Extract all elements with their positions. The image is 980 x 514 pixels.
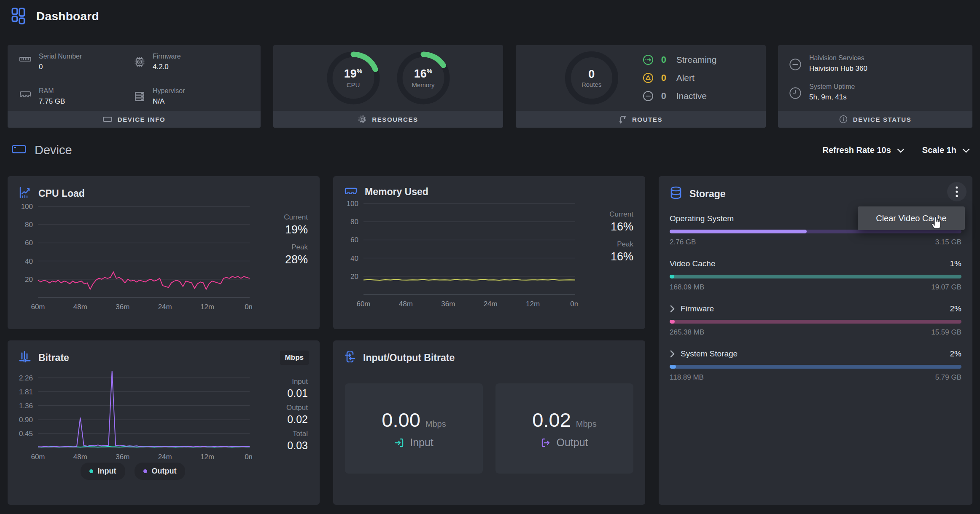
route-icon <box>619 115 627 124</box>
routes-total-label: Routes <box>582 81 602 88</box>
legend-input-toggle[interactable]: Input <box>81 463 125 480</box>
info-value: N/A <box>153 97 185 106</box>
memory-stats: Current 16% Peak 16% <box>578 199 639 310</box>
resources-footer-button[interactable]: RESOURCES <box>273 111 503 128</box>
svg-text:36m: 36m <box>116 453 129 461</box>
input-bitrate-value: 0.00 <box>382 408 420 431</box>
legend-label: Output <box>152 467 177 476</box>
route-status-inactive: 0 Inactive <box>643 91 717 102</box>
dashboard-grid-icon <box>10 7 27 26</box>
svg-text:24m: 24m <box>158 453 172 461</box>
svg-text:0m: 0m <box>245 303 252 311</box>
gauge-label: Memory <box>412 81 434 88</box>
chip-icon <box>358 115 366 123</box>
info-value: 4.2.0 <box>153 63 181 71</box>
alert-icon <box>643 72 654 83</box>
svg-text:60: 60 <box>350 236 358 244</box>
svg-text:20: 20 <box>350 273 358 281</box>
device-status-footer-button[interactable]: DEVICE STATUS <box>778 111 972 128</box>
section-title: Device <box>35 143 72 157</box>
storage-row-firmware: Firmware 2% 265.38 MB 15.59 GB <box>670 304 961 337</box>
svg-text:12m: 12m <box>200 303 214 311</box>
status-item-services: Haivision Services Haivision Hub 360 <box>789 54 961 73</box>
routes-footer-button[interactable]: ROUTES <box>516 111 766 128</box>
device-section-bar: Device Refresh Rate 10s Scale 1h <box>12 141 970 159</box>
cpu-chart: 1008060402060m48m36m24m12m0m <box>13 202 252 313</box>
svg-text:36m: 36m <box>441 300 455 308</box>
bitrate-card: Bitrate Mbps 2.261.811.360.900.4560m48m3… <box>8 340 320 505</box>
server-icon <box>134 91 145 111</box>
legend-output-toggle[interactable]: Output <box>135 463 186 480</box>
chevron-down-icon <box>962 148 970 153</box>
storage-kebab-menu-button[interactable] <box>947 182 967 201</box>
ram-icon <box>344 187 358 197</box>
storage-name: Video Cache <box>670 259 715 268</box>
refresh-rate-dropdown[interactable]: Refresh Rate 10s <box>823 145 905 155</box>
storage-total: 5.79 GB <box>935 373 961 382</box>
info-value: 7.75 GB <box>39 97 65 106</box>
svg-text:80: 80 <box>25 221 33 229</box>
database-icon <box>670 186 682 201</box>
svg-text:48m: 48m <box>73 453 87 461</box>
cpu-gauge: 19% CPU <box>326 50 381 106</box>
storage-used: 2.76 GB <box>670 238 696 246</box>
io-bitrate-card: Input/Output Bitrate 0.00 Mbps Input 0.0… <box>333 340 645 505</box>
bitrate-card-header: Bitrate Mbps <box>8 340 320 365</box>
mouse-cursor <box>929 216 943 233</box>
info-label: Firmware <box>153 53 181 60</box>
card-title: Input/Output Bitrate <box>363 352 455 364</box>
storage-card-header: Storage <box>659 176 972 201</box>
svg-text:0.90: 0.90 <box>19 416 33 424</box>
info-item-firmware: Firmware 4.2.0 <box>134 53 249 76</box>
card-title: CPU Load <box>38 188 85 199</box>
svg-text:0m: 0m <box>570 300 578 308</box>
streaming-icon <box>643 54 654 65</box>
output-tile-label: Output <box>556 436 588 449</box>
svg-text:48m: 48m <box>399 300 413 308</box>
memory-chart: 1008060402060m48m36m24m12m0m <box>339 199 578 310</box>
resources-card: 19% CPU 16% Memory RESOURCES <box>273 45 503 128</box>
route-status-streaming: 0 Streaming <box>643 54 717 65</box>
card-title: Storage <box>689 188 726 200</box>
storage-pct: 2% <box>950 349 961 359</box>
storage-bar <box>670 275 961 278</box>
scale-dropdown[interactable]: Scale 1h <box>922 145 970 155</box>
svg-text:12m: 12m <box>200 453 214 461</box>
expand-chevron-icon[interactable] <box>670 305 675 313</box>
routes-ring: 0 Routes <box>565 51 618 104</box>
transfer-icon <box>344 351 356 365</box>
input-series-dot <box>89 469 93 473</box>
device-icon <box>12 145 26 155</box>
output-label: Output <box>252 404 308 412</box>
storage-card: Storage Clear Video Cache Operating Syst… <box>659 176 972 505</box>
device-info-body: Serial Number 0 Firmware 4.2.0 RAM <box>8 45 261 111</box>
storage-name: Operating System <box>670 214 734 223</box>
peak-label: Peak <box>252 243 308 252</box>
device-status-body: Haivision Services Haivision Hub 360 Sys… <box>778 45 972 111</box>
footer-label: ROUTES <box>632 116 662 123</box>
device-info-footer-button[interactable]: DEVICE INFO <box>8 111 261 128</box>
storage-total: 15.59 GB <box>931 328 961 337</box>
bitrate-legend: Input Output <box>13 463 252 480</box>
app-header: Dashboard <box>0 0 980 33</box>
memory-module-icon <box>19 56 31 76</box>
kebab-icon <box>956 186 958 197</box>
gauge-label: CPU <box>347 81 360 88</box>
storage-total: 19.07 GB <box>931 283 961 292</box>
svg-text:0m: 0m <box>245 453 252 461</box>
svg-text:1.36: 1.36 <box>19 402 33 410</box>
storage-bar <box>670 365 961 369</box>
info-item-hypervisor: Hypervisor N/A <box>134 87 249 111</box>
clear-video-cache-menu-item[interactable]: Clear Video Cache <box>858 206 965 230</box>
gauge-value: 19 <box>344 67 357 80</box>
io-tiles: 0.00 Mbps Input 0.02 Mbps <box>333 365 645 474</box>
expand-chevron-icon[interactable] <box>670 350 675 358</box>
info-label: Hypervisor <box>153 87 185 95</box>
storage-used: 168.09 MB <box>670 283 704 292</box>
memory-used-card: Memory Used 1008060402060m48m36m24m12m0m… <box>333 176 645 329</box>
storage-name: Firmware <box>681 304 714 313</box>
routes-total: 0 <box>588 68 595 81</box>
svg-text:0.45: 0.45 <box>19 430 33 438</box>
bitrate-chart: 2.261.811.360.900.4560m48m36m24m12m0m <box>13 367 252 463</box>
storage-bar <box>670 230 961 233</box>
